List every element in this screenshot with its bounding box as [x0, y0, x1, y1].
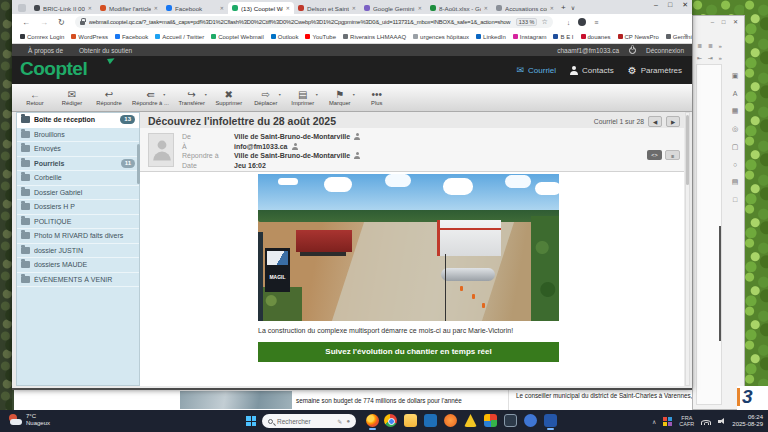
- new-tab-button[interactable]: +: [561, 3, 566, 12]
- folder-item[interactable]: Dossier Gabriel: [17, 186, 139, 201]
- bookmark-item[interactable]: Accueil / Twitter: [155, 34, 204, 40]
- tab-close-icon[interactable]: ✕: [352, 5, 356, 11]
- maximize-button[interactable]: □: [668, 1, 672, 9]
- weather-widget[interactable]: 7°C Nuageux: [8, 413, 50, 427]
- monitor-app-icon[interactable]: [504, 414, 517, 427]
- logout-link[interactable]: Déconnexion: [646, 47, 684, 54]
- download-icon[interactable]: ↓: [567, 19, 571, 26]
- browser-tab[interactable]: 8-Août.xlsx - Google ✕: [426, 2, 492, 14]
- text-view-toggle[interactable]: ≡: [665, 150, 680, 160]
- tab-close-icon[interactable]: ✕: [88, 5, 92, 11]
- wifi-icon[interactable]: [701, 417, 711, 425]
- sidebar-rail-icon[interactable]: ▢: [732, 143, 739, 151]
- toolbar-button[interactable]: ← ▾ Retour: [18, 88, 52, 107]
- language-indicator[interactable]: FRACAFR: [679, 415, 694, 427]
- header-value[interactable]: Ville de Saint-Bruno-de-Montarville: [234, 152, 350, 159]
- bookmark-item[interactable]: Cooptel Webmail: [211, 34, 264, 40]
- bookmark-item[interactable]: douanes: [581, 34, 611, 40]
- tab-close-icon[interactable]: ✕: [154, 5, 158, 11]
- tab-close-icon[interactable]: ✕: [550, 5, 554, 11]
- header-value[interactable]: Jeu 16:02: [234, 162, 266, 169]
- nav-item[interactable]: ⚙ Paramètres: [628, 65, 686, 76]
- folder-item[interactable]: Envoyés: [17, 142, 139, 157]
- page-zoom-chip[interactable]: 133 %: [516, 18, 538, 26]
- browser-tab[interactable]: Modifier l'article « L... ✕: [96, 2, 162, 14]
- about-link[interactable]: À propos de: [28, 47, 63, 54]
- folder-item[interactable]: Pourriels 11: [17, 157, 139, 172]
- sidebar-rail-icon[interactable]: A: [733, 90, 738, 97]
- start-button[interactable]: [246, 416, 256, 426]
- taskbar-clock[interactable]: 06:24 2025-08-29: [732, 414, 763, 428]
- sidebar-rail-icon[interactable]: ◎: [732, 125, 738, 133]
- address-bar[interactable]: webmail.cooptel.qc.ca/?_task=mail&_caps=…: [75, 16, 553, 28]
- bookmark-item[interactable]: Instagram: [513, 34, 547, 40]
- header-value[interactable]: Ville de Saint-Bruno-de-Montarville: [234, 133, 350, 140]
- browser-tab[interactable]: BRIC-Link II 00:01c0 ✕: [30, 2, 96, 14]
- html-view-toggle[interactable]: <>: [647, 150, 662, 160]
- cooptel-logo[interactable]: Cooptel: [20, 58, 87, 80]
- browser-tab[interactable]: (13) Cooptel Webma... ✕: [228, 2, 294, 14]
- browser-tab[interactable]: Accusations contre L... ✕: [492, 2, 558, 14]
- bookmark-item[interactable]: Facebook: [115, 34, 148, 40]
- folder-item[interactable]: dossier JUSTIN: [17, 244, 139, 259]
- bookmark-item[interactable]: CP NewsPro: [618, 34, 659, 40]
- toolbar-button[interactable]: ✉ ▾ Rédiger: [55, 88, 89, 107]
- folder-item[interactable]: POLITIQUE: [17, 215, 139, 230]
- toolbar-button[interactable]: ✖ ▾ Supprimer: [212, 88, 246, 107]
- close-button[interactable]: ✕: [682, 1, 688, 9]
- folder-item[interactable]: Photo M RIVARD faits divers: [17, 229, 139, 244]
- office-icon[interactable]: [484, 414, 497, 427]
- folder-item[interactable]: Boîte de réception 13: [17, 113, 139, 128]
- tray-app-icon[interactable]: [663, 417, 672, 426]
- file-explorer-icon[interactable]: [404, 414, 417, 427]
- sidebar-rail-icon[interactable]: ▣: [732, 72, 739, 80]
- firefox-icon[interactable]: [366, 414, 379, 427]
- taskbar-app-icon[interactable]: [524, 414, 537, 427]
- add-contact-icon[interactable]: [354, 133, 361, 140]
- toolbar-button[interactable]: ⇨ ▾ Déplacer: [249, 88, 283, 107]
- bookmark-item[interactable]: LinkedIn: [476, 34, 506, 40]
- bookmark-item[interactable]: B E I: [553, 34, 573, 40]
- menu-icon[interactable]: ≡: [594, 19, 598, 26]
- browser-tab[interactable]: Facebook ✕: [162, 2, 228, 14]
- back-icon[interactable]: ←: [22, 18, 30, 27]
- toolbar-button[interactable]: ↩ ▾ Répondre: [92, 88, 126, 107]
- previous-message-button[interactable]: ◀: [648, 116, 662, 127]
- sidebar-rail-icon[interactable]: □: [733, 196, 737, 203]
- bookmark-item[interactable]: urgences hôpitaux: [413, 34, 469, 40]
- taskbar-app-icon[interactable]: [464, 414, 477, 427]
- bookmark-item[interactable]: WordPress: [71, 34, 108, 40]
- folder-item[interactable]: Corbeille: [17, 171, 139, 186]
- folder-item[interactable]: ÉVÉNEMENTS À VENIR: [17, 273, 139, 288]
- folder-item[interactable]: dossiers MAUDE: [17, 258, 139, 273]
- bookmarks-overflow-icon[interactable]: »: [684, 32, 688, 39]
- minimize-button[interactable]: –: [654, 1, 658, 9]
- bookmark-item[interactable]: YouTube: [305, 34, 336, 40]
- support-link[interactable]: Obtenir du soutien: [79, 47, 132, 54]
- bookmark-item[interactable]: Comrex Login: [20, 34, 64, 40]
- volume-icon[interactable]: [718, 418, 725, 425]
- toolbar-button[interactable]: ••• ▾ Plus: [360, 88, 394, 107]
- folder-item[interactable]: Dossiers H P: [17, 200, 139, 215]
- bookmark-item[interactable]: Riverains LHMAAAQ: [343, 34, 406, 40]
- toolbar-button[interactable]: ⚑ ▾ Marquer: [323, 88, 357, 107]
- hidden-icons-chevron[interactable]: ∧: [652, 418, 656, 425]
- chrome-icon[interactable]: [384, 414, 397, 427]
- taskbar-search[interactable]: Rechercher ✎ ●: [262, 414, 356, 428]
- taskbar-app-icon[interactable]: [544, 414, 557, 427]
- nav-item[interactable]: ✉ Courriel: [517, 65, 557, 75]
- forward-icon[interactable]: →: [40, 18, 48, 27]
- scrollbar-thumb[interactable]: [686, 115, 689, 185]
- page-scrollbar[interactable]: [685, 112, 690, 386]
- folder-item[interactable]: Brouillons: [17, 128, 139, 143]
- tab-search-icon[interactable]: [18, 4, 26, 12]
- sidebar-rail-icon[interactable]: ▦: [732, 107, 739, 115]
- background-window-controls[interactable]: – □ ✕: [711, 18, 741, 25]
- tab-overflow-icon[interactable]: ∨: [571, 4, 575, 11]
- toolbar-button[interactable]: ⇚ ▾ Répondre à ...: [129, 88, 172, 107]
- background-window-scrollbar[interactable]: [719, 226, 721, 341]
- toolbar-button[interactable]: ↪ ▾ Transférer: [175, 88, 209, 107]
- browser-tab[interactable]: Delson et Sainte-Cat... ✕: [294, 2, 360, 14]
- profile-avatar[interactable]: [578, 18, 586, 26]
- nav-item[interactable]: Contacts: [570, 66, 614, 75]
